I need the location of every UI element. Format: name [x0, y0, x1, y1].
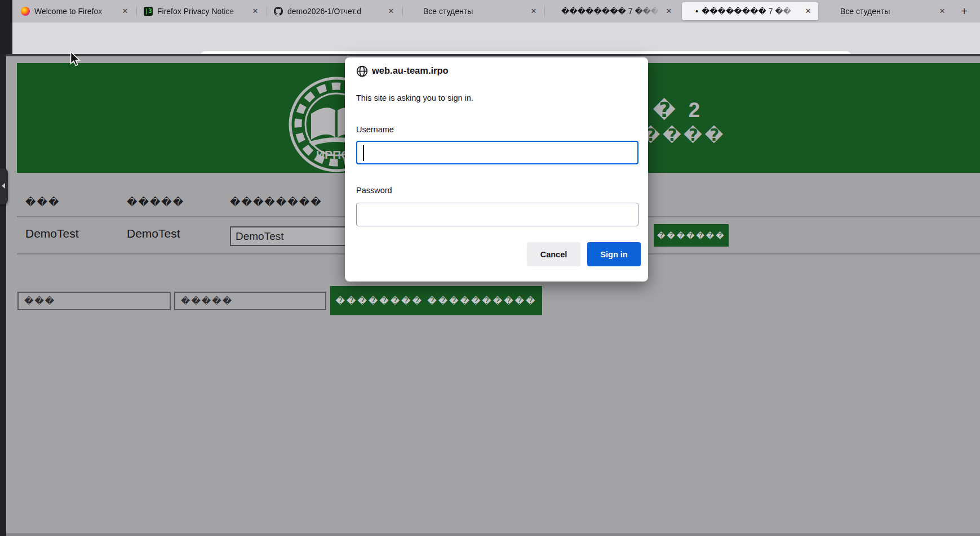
- table-header-col1: ���: [25, 196, 60, 208]
- tab-modified-indicator: •: [695, 7, 698, 16]
- username-input[interactable]: [356, 141, 638, 164]
- text-caret: [363, 145, 364, 161]
- sign-in-button[interactable]: Sign in: [587, 242, 641, 266]
- close-icon[interactable]: ✕: [250, 6, 261, 17]
- window-corner-block: [0, 0, 12, 54]
- row-cell-name: DemoTest: [25, 227, 79, 240]
- http-auth-dialog: web.au-team.irpo This site is asking you…: [345, 57, 648, 282]
- banner-title-line1: � 2: [653, 98, 703, 122]
- privacy-notice-icon: |3: [144, 7, 153, 16]
- dialog-message: This site is asking you to sign in.: [356, 93, 473, 102]
- tab-github-report[interactable]: demo2026-1/Отчет.d ✕: [267, 2, 401, 20]
- firefox-icon: [21, 7, 30, 16]
- globe-icon: [354, 63, 370, 79]
- row-action-button[interactable]: �������: [654, 224, 729, 247]
- tab-separator: [544, 6, 545, 16]
- browser-window: Welcome to Firefox ✕ |3 Firefox Privacy …: [0, 0, 980, 536]
- tab-title: demo2026-1/Отчет.d: [287, 7, 385, 16]
- tab-title: �������� 7 ����: [561, 7, 663, 16]
- table-header-col3: ��������: [230, 196, 322, 208]
- username-label: Username: [356, 125, 394, 134]
- form-group-input[interactable]: [174, 292, 326, 310]
- dialog-host-title: web.au-team.irpo: [372, 65, 449, 76]
- close-icon[interactable]: ✕: [385, 6, 397, 17]
- tab-welcome-to-firefox[interactable]: Welcome to Firefox ✕: [14, 2, 135, 20]
- new-tab-button[interactable]: +: [956, 4, 972, 20]
- tab-all-students-1[interactable]: Все студенты ✕: [403, 2, 544, 20]
- tab-mojibake-7-a[interactable]: �������� 7 ���� ✕: [546, 2, 679, 20]
- tab-title: �������� 7 ��: [702, 7, 802, 16]
- close-icon[interactable]: ✕: [119, 6, 131, 17]
- sidebar-collapse-handle[interactable]: [0, 168, 8, 204]
- form-submit-button[interactable]: �������� ����������: [330, 286, 542, 315]
- close-icon[interactable]: ✕: [802, 6, 814, 17]
- chevron-left-icon: [2, 183, 5, 189]
- screen-left-edge: [0, 54, 6, 536]
- tab-mojibake-7-b-active[interactable]: • �������� 7 �� ✕: [682, 2, 818, 20]
- tab-title: Welcome to Firefox: [34, 7, 119, 16]
- close-icon[interactable]: ✕: [937, 6, 948, 17]
- cancel-button[interactable]: Cancel: [527, 242, 580, 266]
- close-icon[interactable]: ✕: [528, 6, 539, 17]
- tab-title: Все студенты: [423, 7, 528, 16]
- password-label: Password: [356, 186, 392, 195]
- tab-privacy-notice[interactable]: |3 Firefox Privacy Notice ✕: [137, 2, 265, 20]
- tab-all-students-2[interactable]: Все студенты ✕: [820, 2, 952, 20]
- table-header-col2: �����: [127, 196, 184, 208]
- row-cell-group: DemoTest: [127, 227, 180, 240]
- tab-bar: Welcome to Firefox ✕ |3 Firefox Privacy …: [0, 0, 980, 23]
- screen-bottom-edge: [6, 533, 980, 536]
- github-icon: [274, 7, 283, 16]
- password-input[interactable]: [356, 203, 638, 226]
- banner-title-line2: ����: [641, 125, 726, 145]
- navigation-toolbar: ← → ✕ web.au-team.irpo ☆: [0, 23, 980, 54]
- tab-title: Все студенты: [840, 7, 937, 16]
- mouse-cursor: [69, 52, 81, 69]
- close-icon[interactable]: ✕: [663, 6, 675, 17]
- form-name-input[interactable]: [17, 292, 171, 310]
- tab-title: Firefox Privacy Notice: [157, 7, 250, 16]
